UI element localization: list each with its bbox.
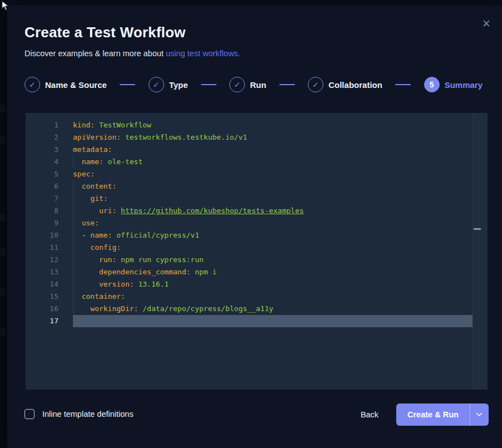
step-label: Name & Source (45, 80, 107, 90)
line-code: name: ole-test (73, 156, 473, 168)
line-code: spec: (73, 168, 473, 180)
line-number: 16 (26, 303, 58, 315)
editor-line-2[interactable]: 2apiVersion: testworkflows.testkube.io/v… (26, 131, 488, 144)
line-number: 8 (26, 205, 58, 217)
step-number-badge: 5 (424, 77, 440, 92)
code-token: apiVersion: (73, 133, 121, 141)
line-code: - name: official/cypress/v1 (73, 229, 473, 242)
line-number: 12 (26, 254, 58, 266)
editor-line-1[interactable]: 1kind: TestWorkflow (26, 119, 488, 131)
editor-lines: 1kind: TestWorkflow2apiVersion: testwork… (26, 113, 488, 327)
line-number: 17 (26, 315, 58, 327)
step-label: Run (250, 80, 266, 90)
code-token: use: (73, 219, 99, 227)
code-token: version: (73, 280, 134, 288)
code-token: spec: (73, 170, 95, 178)
code-token (116, 206, 121, 215)
code-token: 13.16.1 (134, 280, 169, 288)
line-code (73, 315, 473, 327)
line-code: kind: TestWorkflow (73, 119, 473, 131)
line-number: 2 (26, 131, 58, 144)
using-test-workflows-link[interactable]: using test workflows. (166, 49, 240, 58)
line-code: workingDir: /data/repo/cypress/blogs__a1… (73, 303, 473, 315)
line-number: 11 (26, 242, 58, 254)
line-code: use: (73, 217, 473, 229)
line-code: uri: https://github.com/kubeshop/tests-e… (73, 205, 473, 217)
inline-template-checkbox[interactable] (24, 409, 35, 419)
editor-line-6[interactable]: 6 content: (26, 180, 488, 193)
editor-line-9[interactable]: 9 use: (26, 217, 488, 229)
line-code: apiVersion: testworkflows.testkube.io/v1 (73, 131, 473, 144)
create-test-workflow-modal: ✕ Create a Test Workflow Discover exampl… (7, 6, 502, 448)
line-number: 3 (26, 144, 58, 156)
line-code: metadata: (73, 144, 473, 156)
step-label: Summary (445, 80, 483, 90)
create-run-dropdown-button[interactable] (470, 403, 489, 426)
line-number: 10 (26, 229, 58, 242)
line-code: config: (73, 242, 473, 254)
modal-subtitle: Discover examples & learn more about usi… (24, 49, 240, 58)
stepper-step-name-source[interactable]: ✓Name & Source (24, 77, 107, 92)
editor-line-11[interactable]: 11 config: (26, 242, 488, 254)
back-button[interactable]: Back (352, 403, 387, 426)
stepper-connector (120, 84, 135, 85)
code-link[interactable]: https://github.com/kubeshop/tests-exampl… (121, 206, 304, 215)
line-number: 13 (26, 266, 58, 278)
stepper-step-type[interactable]: ✓Type (149, 77, 188, 92)
editor-line-15[interactable]: 15 container: (26, 291, 488, 303)
subtitle-text: Discover examples & learn more about (24, 49, 166, 58)
line-code: dependencies_command: npm i (73, 266, 473, 278)
editor-line-17[interactable]: 17 (26, 315, 488, 327)
step-check-icon: ✓ (308, 77, 323, 92)
yaml-code-editor[interactable]: 1kind: TestWorkflow2apiVersion: testwork… (26, 113, 488, 390)
line-code: version: 13.16.1 (73, 278, 473, 291)
background-page-strip (0, 0, 7, 448)
step-label: Collaboration (328, 80, 382, 90)
editor-line-4[interactable]: 4 name: ole-test (26, 156, 488, 168)
code-token: container: (73, 292, 125, 301)
editor-line-8[interactable]: 8 uri: https://github.com/kubeshop/tests… (26, 205, 488, 217)
code-token: testworkflows.testkube.io/v1 (121, 133, 247, 141)
line-code: content: (73, 180, 473, 193)
code-token: uri: (73, 206, 116, 215)
inline-template-checkbox-row[interactable]: Inline template definitions (24, 403, 134, 425)
code-token: metadata: (73, 145, 112, 154)
code-token: name: (90, 231, 112, 239)
create-run-split-button: Create & Run (396, 403, 489, 426)
line-number: 9 (26, 217, 58, 229)
editor-line-12[interactable]: 12 run: npm run cypress:run (26, 254, 488, 266)
editor-line-10[interactable]: 10 - name: official/cypress/v1 (26, 229, 488, 242)
stepper-step-summary[interactable]: 5Summary (424, 77, 483, 92)
inline-template-checkbox-label: Inline template definitions (42, 410, 134, 419)
wizard-stepper: ✓Name & Source✓Type✓Run✓Collaboration5Su… (24, 76, 483, 93)
code-token: git: (73, 194, 108, 203)
editor-line-7[interactable]: 7 git: (26, 193, 488, 205)
editor-line-16[interactable]: 16 workingDir: /data/repo/cypress/blogs_… (26, 303, 488, 315)
code-token: TestWorkflow (95, 121, 151, 129)
stepper-connector (395, 84, 411, 85)
step-label: Type (169, 80, 188, 90)
line-number: 7 (26, 193, 58, 205)
line-code: run: npm run cypress:run (73, 254, 473, 266)
editor-scrollbar[interactable] (473, 113, 488, 390)
code-token: official/cypress/v1 (112, 231, 199, 239)
step-check-icon: ✓ (149, 77, 164, 92)
code-token: content: (73, 182, 116, 190)
editor-line-5[interactable]: 5spec: (26, 168, 488, 180)
code-token: ole-test (104, 157, 142, 166)
stepper-step-run[interactable]: ✓Run (229, 77, 266, 92)
line-number: 6 (26, 180, 58, 193)
close-icon[interactable]: ✕ (480, 17, 493, 30)
line-number: 4 (26, 156, 58, 168)
editor-line-3[interactable]: 3metadata: (26, 144, 488, 156)
create-run-button[interactable]: Create & Run (396, 403, 470, 426)
editor-line-14[interactable]: 14 version: 13.16.1 (26, 278, 488, 291)
code-token: config: (73, 243, 121, 252)
modal-title: Create a Test Workflow (24, 24, 186, 41)
code-token: name: (73, 157, 104, 166)
chevron-down-icon (476, 412, 483, 417)
step-check-icon: ✓ (229, 77, 245, 92)
code-token: - (73, 231, 90, 239)
stepper-step-collaboration[interactable]: ✓Collaboration (308, 77, 382, 92)
editor-line-13[interactable]: 13 dependencies_command: npm i (26, 266, 488, 278)
